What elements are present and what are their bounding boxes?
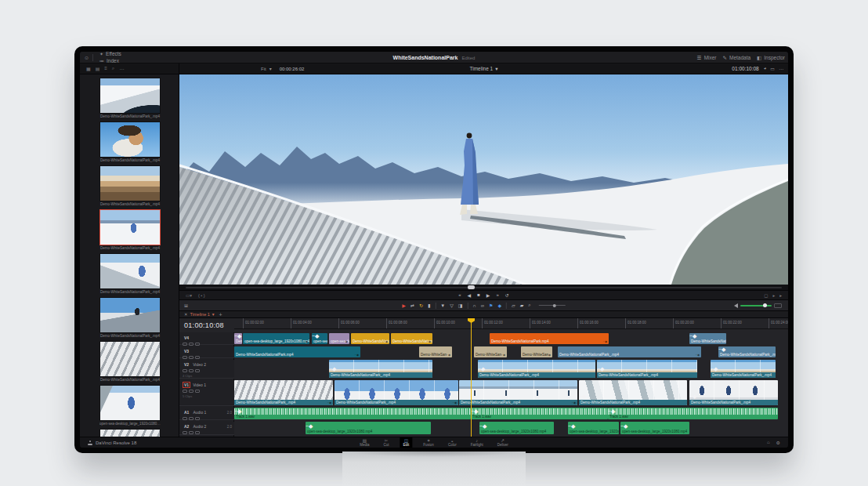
timeline-clip[interactable]: ~◆ Demo-WhiteSan bbox=[419, 346, 452, 357]
media-clip-thumbnail[interactable] bbox=[99, 78, 161, 114]
edit-tool-icon[interactable]: ∩ bbox=[473, 303, 476, 308]
track-auto-select-icon[interactable] bbox=[189, 417, 193, 421]
transport-button[interactable]: » bbox=[496, 292, 498, 298]
track-id[interactable]: V3 bbox=[183, 348, 190, 354]
viewer-zoom-select[interactable]: Fit bbox=[261, 67, 266, 71]
status-bar-icon[interactable]: ⌂ bbox=[767, 440, 770, 445]
viewer-cue-icon[interactable]: ▸ bbox=[779, 293, 782, 298]
timeline-clip[interactable]: ~◆ Track 1.wav bbox=[234, 408, 471, 419]
viewer-option-icon[interactable]: ▭▾ bbox=[186, 293, 192, 298]
track-header[interactable]: V1 Video 1 S M 5 Clips bbox=[179, 380, 234, 406]
timeline-lanes[interactable]: ~◆ Demo ~◆ open-sea-desktop_large_1920x1… bbox=[234, 332, 788, 437]
track-header[interactable]: V3 S M bbox=[179, 346, 234, 358]
viewer-header-icon[interactable]: ▭ bbox=[770, 66, 775, 71]
transport-button[interactable]: ■ bbox=[477, 292, 480, 298]
track-auto-select-icon[interactable] bbox=[189, 390, 193, 394]
track-lock-icon[interactable] bbox=[183, 390, 187, 394]
media-clip-thumbnail[interactable] bbox=[99, 341, 161, 377]
edit-tool-icon[interactable]: ⌕ bbox=[528, 303, 530, 308]
panel-toggle-button[interactable]: ✎ Metadata bbox=[723, 55, 751, 61]
page-nav-item[interactable]: ▤ Media bbox=[356, 437, 372, 448]
timeline-clip[interactable]: ~◆ open-sea-desktop_large_1920x1080.mp4 bbox=[306, 422, 431, 434]
viewer-cue-icon[interactable]: ▢ bbox=[764, 293, 768, 298]
page-nav-item[interactable]: ✂ Cut bbox=[381, 437, 392, 448]
media-clip-thumbnail[interactable] bbox=[99, 209, 161, 245]
timeline-view-options-icon[interactable]: ⊞ bbox=[179, 303, 188, 308]
track-header[interactable]: V4 S M bbox=[179, 333, 234, 345]
track-id[interactable]: A2 bbox=[183, 423, 190, 430]
media-clip-item[interactable]: Demo-WhiteSandsNationalPark_.mp4 bbox=[99, 121, 161, 162]
media-clip-item[interactable]: Demo-WhiteSandsNationalPark_.mp4 bbox=[99, 253, 161, 294]
media-clip-thumbnail[interactable] bbox=[99, 385, 161, 421]
media-clip-thumbnail[interactable] bbox=[99, 429, 161, 437]
notification-bell-icon[interactable]: ⊙ bbox=[85, 55, 89, 60]
track-auto-select-icon[interactable] bbox=[189, 369, 193, 373]
volume-slider[interactable] bbox=[740, 305, 772, 306]
track-lock-icon[interactable] bbox=[183, 369, 187, 373]
edit-tool-icon[interactable]: ◆ bbox=[497, 303, 501, 308]
timeline-zoom-slider[interactable] bbox=[539, 305, 566, 306]
viewer-cue-icon[interactable]: ▸ bbox=[772, 293, 775, 298]
timeline-clip[interactable]: ~◆ Demo-WhiteSandsNationalPark_.mp4 bbox=[459, 380, 577, 405]
track-lock-icon[interactable] bbox=[183, 431, 187, 435]
track-header[interactable]: V2 Video 2 S M 4 Clips bbox=[179, 360, 234, 379]
track-enable-icon[interactable] bbox=[195, 343, 200, 346]
media-pool-toolbar-icon[interactable]: ⌕ bbox=[112, 66, 114, 71]
timeline-clip[interactable]: ~◆ Demo-WhiteSandsNationalP_ bbox=[689, 333, 726, 344]
timeline-clip[interactable]: ~◆ Track 1.wav bbox=[471, 408, 608, 419]
media-clip-item[interactable]: Demo-WhiteSandsNationalPark_.mp4 bbox=[99, 297, 161, 338]
edit-tool-icon[interactable]: ⇄ bbox=[410, 303, 414, 308]
track-enable-icon[interactable] bbox=[195, 390, 200, 394]
track-header[interactable]: A1 Audio 1 2.0 S M bbox=[179, 408, 234, 420]
media-pool-toolbar-icon[interactable]: ≡ bbox=[104, 66, 107, 71]
edit-tool-icon[interactable]: ▱ bbox=[512, 303, 515, 308]
edit-tool-icon[interactable]: ⚑ bbox=[489, 303, 493, 308]
edit-tool-icon[interactable]: ∞ bbox=[481, 303, 484, 308]
track-auto-select-icon[interactable] bbox=[189, 356, 193, 360]
track-enable-icon[interactable] bbox=[195, 369, 200, 373]
panel-toggle-button[interactable]: ◧ Inspector bbox=[757, 55, 785, 61]
track-lock-icon[interactable] bbox=[183, 417, 187, 421]
timeline-clip[interactable]: ~◆ Demo-WhiteSandsNationalPark_.mp4 bbox=[689, 380, 778, 405]
page-nav-item[interactable]: ↗ Deliver bbox=[494, 437, 512, 448]
media-clip-item[interactable]: Demo-WhiteSandsNationalPark_.mp4 bbox=[99, 209, 161, 250]
timeline-clip[interactable]: ~◆ Demo-WhiteSandsNationalPark_.mp4 bbox=[711, 360, 776, 378]
edit-tool-icon[interactable]: ▰ bbox=[520, 303, 524, 308]
timeline-clip[interactable]: ~◆ open-sea-desktop_large_1920x1080.mp4 bbox=[620, 422, 689, 434]
timeline-clip[interactable]: ~◆ Demo-WhiteSandsNationalPark_.mp4 bbox=[718, 346, 776, 357]
timeline-clip[interactable]: ~◆ Demo-WhiteSandsNationalPark_.mp4 bbox=[391, 333, 432, 344]
viewer-header-icon[interactable]: ⋯ bbox=[779, 66, 783, 71]
track-enable-icon[interactable] bbox=[195, 417, 200, 421]
edit-tool-icon[interactable] bbox=[468, 303, 468, 309]
timeline-clip[interactable]: ~◆ Demo-WhiteSan bbox=[521, 346, 552, 357]
timeline-clip[interactable]: ~◆ Demo-WhiteSandsNationalPark.mp4 bbox=[234, 346, 360, 357]
track-id[interactable]: V2 bbox=[183, 361, 190, 368]
audio-meter-icon[interactable] bbox=[774, 303, 782, 308]
edit-tool-icon[interactable]: ▶ bbox=[402, 303, 406, 308]
timeline-clip[interactable]: ~◆ Demo-WhiteSandsNationalPark_.mp4 bbox=[597, 360, 697, 378]
playhead-line[interactable] bbox=[471, 318, 472, 437]
edit-tool-icon[interactable]: ◨ bbox=[458, 303, 463, 308]
media-clip-item[interactable] bbox=[99, 429, 161, 437]
edit-tool-icon[interactable]: ▽ bbox=[450, 303, 454, 308]
timeline-viewer[interactable] bbox=[179, 74, 788, 285]
jog-track[interactable] bbox=[186, 287, 782, 288]
media-clip-thumbnail[interactable] bbox=[99, 297, 161, 333]
track-header[interactable]: A2 Audio 2 2.0 S M bbox=[179, 422, 234, 435]
track-enable-icon[interactable] bbox=[195, 356, 200, 360]
edit-tool-icon[interactable] bbox=[435, 303, 436, 309]
timeline-clip[interactable]: ~◆ Demo-WhiteSandsNationalPark_.mp4 bbox=[329, 360, 432, 378]
timeline-tab[interactable]: ✕ Timeline 1 ▾ bbox=[184, 312, 215, 317]
transport-button[interactable]: ↺ bbox=[505, 292, 509, 298]
page-nav-item[interactable]: ♪ Fairlight bbox=[468, 437, 486, 448]
track-id[interactable]: V1 bbox=[183, 382, 190, 388]
media-clip-item[interactable]: Demo-WhiteSandsNationalPark_.mp4 bbox=[99, 165, 161, 206]
timeline-clip[interactable]: ~◆ Demo bbox=[234, 333, 242, 344]
panel-tab[interactable]: ✦ Effects bbox=[95, 52, 142, 57]
page-nav-item[interactable]: ✶ Fusion bbox=[420, 437, 437, 448]
track-auto-select-icon[interactable] bbox=[189, 343, 193, 346]
media-clip-item[interactable]: Demo-WhiteSandsNationalPark_.mp4 bbox=[99, 78, 161, 118]
timeline-clip[interactable]: ~◆ open-sea-desktop_large_1920x1080.mp4 bbox=[243, 333, 309, 344]
timeline-clip[interactable]: ~◆ Demo-WhiteSandsNationalPark_.mp4 bbox=[478, 360, 595, 378]
timeline-clip[interactable]: ~◆ Demo-WhiteSandsNationalPark_.mp4 bbox=[558, 346, 701, 357]
